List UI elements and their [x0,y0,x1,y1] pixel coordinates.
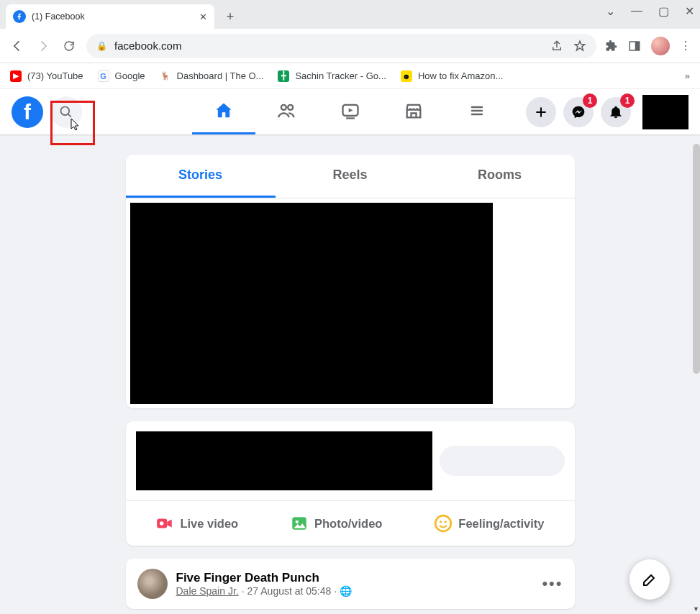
scrollbar-down-arrow[interactable]: ▼ [693,605,699,613]
live-video-button[interactable]: Live video [148,508,245,539]
facebook-logo[interactable]: f [12,96,43,128]
post-menu-button[interactable]: ••• [542,574,563,593]
search-button[interactable] [50,96,82,128]
lock-icon: 🔒 [96,41,107,51]
new-tab-button[interactable]: + [220,6,240,27]
minimize-icon[interactable]: — [631,4,642,18]
svg-point-2 [61,106,70,115]
close-tab-icon[interactable]: ✕ [199,12,207,22]
reload-button[interactable] [60,37,78,55]
feeling-activity-button[interactable]: Feeling/activity [427,508,551,539]
stories-card: Stories Reels Rooms [126,155,575,408]
composer-redacted[interactable] [136,431,432,490]
bookmark-google[interactable]: GGoogle [98,70,145,82]
notifications-badge: 1 [620,93,635,108]
tab-stories[interactable]: Stories [126,155,276,198]
search-icon [59,105,73,119]
edit-icon [641,571,658,588]
browser-toolbar: 🔒 facebook.com ⋮ [0,29,700,63]
stories-tabs: Stories Reels Rooms [126,155,575,198]
nav-home[interactable] [192,89,255,134]
bookmark-youtube[interactable]: ▶(73) YouTube [10,70,83,82]
create-button[interactable] [526,97,556,127]
messenger-button[interactable]: 1 [563,97,594,127]
chrome-menu-icon[interactable]: ⋮ [680,39,691,52]
center-nav [192,89,509,134]
plus-icon [534,105,548,119]
side-panel-icon[interactable] [628,40,641,52]
url-text: facebook.com [114,40,181,52]
extensions-icon[interactable] [605,40,618,52]
bookmark-star-icon[interactable] [573,40,586,52]
messenger-icon [571,105,586,119]
globe-icon: 🌐 [340,585,352,597]
post-page-name[interactable]: Five Finger Death Punch [176,571,353,585]
chevron-down-icon[interactable]: ⌄ [606,4,615,18]
svg-rect-1 [635,42,640,50]
facebook-header: f 1 1 [0,89,700,134]
feed-content: Stories Reels Rooms Live video Photo/vid… [0,134,700,614]
photo-icon [290,514,309,533]
video-camera-icon [155,514,174,533]
svg-point-7 [296,521,299,523]
bookmark-dashboard[interactable]: 🦌Dashboard | The O... [160,70,264,82]
browser-tab[interactable]: (1) Facebook ✕ [6,4,214,29]
bookmark-sachin-tracker[interactable]: ╋Sachin Tracker - Go... [278,70,386,82]
svg-point-5 [160,521,163,525]
close-window-icon[interactable]: ✕ [685,4,694,18]
back-button[interactable] [9,37,26,55]
bookmark-amazon-fix[interactable]: ☻How to fix Amazon... [401,70,504,82]
browser-tabstrip: (1) Facebook ✕ + ⌄ — ▢ ✕ [0,0,700,29]
forward-button [35,37,52,55]
bookmarks-bar: ▶(73) YouTube GGoogle 🦌Dashboard | The O… [0,63,700,89]
bell-icon [609,105,623,119]
messenger-badge: 1 [583,93,597,108]
tab-title: (1) Facebook [32,12,194,22]
svg-point-8 [435,516,451,531]
compose-fab[interactable] [629,559,670,600]
notifications-button[interactable]: 1 [601,97,631,127]
photo-video-button[interactable]: Photo/video [283,508,389,539]
header-right: 1 1 [526,95,688,129]
post-timestamp: 27 August at 05:48 [247,585,332,597]
facebook-favicon [13,10,26,23]
share-icon[interactable] [550,40,563,52]
tab-reels[interactable]: Reels [276,155,425,198]
post-avatar[interactable] [137,569,168,599]
svg-point-10 [445,521,447,523]
maximize-icon[interactable]: ▢ [658,4,669,18]
post-author[interactable]: Dale Spain Jr. [176,585,239,597]
nav-marketplace[interactable] [382,89,445,134]
profile-picture[interactable] [642,95,688,129]
window-controls: ⌄ — ▢ ✕ [606,4,694,18]
bookmarks-overflow-icon[interactable]: » [685,70,690,81]
nav-menu[interactable] [445,89,509,134]
nav-friends[interactable] [255,89,319,134]
composer-input[interactable] [440,446,565,476]
tab-rooms[interactable]: Rooms [425,155,575,198]
feed-post-card: Five Finger Death Punch Dale Spain Jr. ·… [126,559,575,609]
scrollbar-thumb[interactable] [693,144,700,374]
chrome-profile-avatar[interactable] [651,37,670,55]
composer-card: Live video Photo/video Feeling/activity [126,421,575,546]
smiley-icon [434,514,453,533]
address-bar[interactable]: 🔒 facebook.com [86,34,596,58]
svg-point-9 [440,521,442,523]
stories-content[interactable] [130,203,493,404]
nav-watch[interactable] [319,89,382,134]
